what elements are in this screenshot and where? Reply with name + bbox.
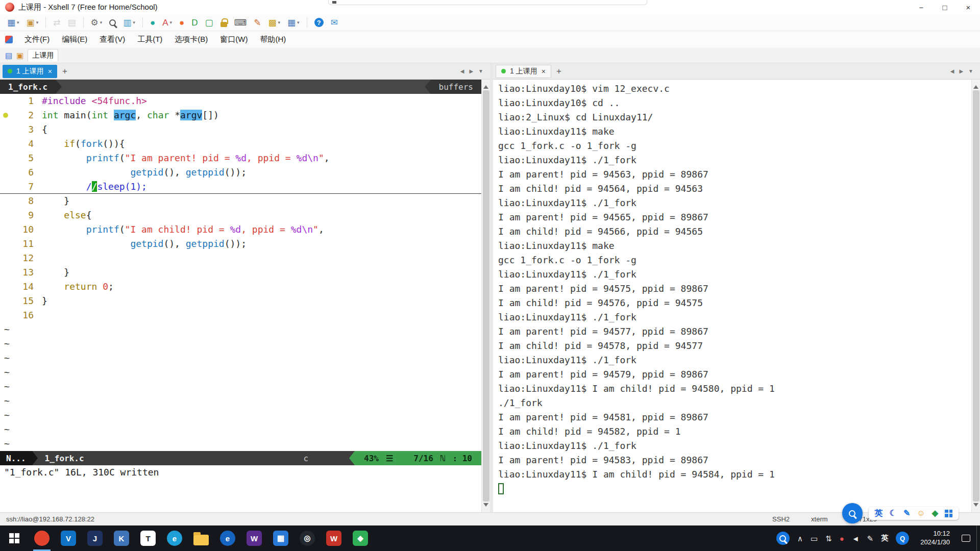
ime-lang-icon[interactable]: 英 bbox=[875, 509, 883, 517]
xshell-window: 上课用 - Xshell 7 (Free for Home/School) − … bbox=[0, 0, 980, 551]
reconnect-icon: ⇄ bbox=[53, 18, 60, 27]
menu-item[interactable]: 选项卡(B) bbox=[169, 33, 213, 46]
tab-close-button[interactable]: × bbox=[48, 67, 52, 76]
taskbar-meeting-icon[interactable]: ◆ bbox=[347, 525, 374, 551]
scroll-down-icon[interactable] bbox=[973, 503, 978, 509]
menubar: 文件(F)编辑(E)查看(V)工具(T)选项卡(B)窗口(W)帮助(H) bbox=[0, 31, 980, 47]
ime-search-button[interactable] bbox=[842, 503, 863, 523]
open-sessions-button[interactable]: ▣▾ bbox=[23, 16, 42, 29]
taskbar-ide-icon[interactable]: J bbox=[82, 525, 108, 551]
terminal-line: ./1_fork bbox=[498, 396, 971, 410]
file-transfer-button[interactable]: ▥▾ bbox=[120, 16, 138, 29]
tray-search-app-icon[interactable] bbox=[776, 532, 790, 545]
ime-moon-icon[interactable]: ☾ bbox=[890, 509, 897, 517]
code-line: 6 getpid(), getppid()); bbox=[0, 165, 481, 180]
window-layout-button[interactable]: ▦▾ bbox=[284, 16, 303, 29]
tab-scroll-right-button[interactable]: ▶ bbox=[959, 68, 963, 74]
terminal-output[interactable]: liao:Linuxday10$ vim 12_execv.cliao:Linu… bbox=[493, 80, 971, 512]
taskbar-clock[interactable]: 10:12 2024/1/30 bbox=[915, 525, 955, 551]
start-button[interactable] bbox=[0, 525, 29, 551]
highlight-pen-button[interactable]: ✎ bbox=[251, 16, 264, 29]
snippets-button[interactable]: ▩▾ bbox=[265, 16, 283, 29]
taskbar-vscode-icon[interactable]: V bbox=[55, 525, 82, 551]
taskbar-typora-icon[interactable]: T bbox=[135, 525, 161, 551]
floating-capture-bar[interactable] bbox=[328, 0, 647, 5]
tab-menu-button[interactable]: ▼ bbox=[478, 68, 483, 74]
tray-volume-icon[interactable]: ◄ bbox=[852, 535, 860, 542]
show-desktop-button[interactable] bbox=[976, 525, 980, 551]
sessions-panel-icon[interactable]: ▤ bbox=[5, 52, 12, 59]
close-button[interactable]: × bbox=[957, 0, 980, 14]
left-session-tab[interactable]: 1 上课用 × bbox=[3, 65, 57, 78]
ime-toolbox-icon[interactable] bbox=[945, 510, 952, 517]
new-tab-button[interactable]: + bbox=[59, 65, 71, 78]
tray-qq-icon[interactable]: Q bbox=[896, 532, 909, 545]
tray-network-icon[interactable]: ⇅ bbox=[825, 535, 832, 542]
taskbar-xshell-icon[interactable] bbox=[29, 525, 55, 551]
browser-app-glyph: e bbox=[220, 531, 235, 546]
help-button[interactable]: ? bbox=[311, 16, 327, 29]
tray-input-lang-icon[interactable]: 英 bbox=[881, 534, 888, 543]
ime-shield-icon[interactable]: ◆ bbox=[932, 509, 938, 517]
quick-tab-label[interactable]: 上课用 bbox=[28, 49, 58, 62]
tray-display-icon[interactable]: ▭ bbox=[811, 535, 818, 542]
ime-toolbar: 英☾✎☺◆ bbox=[842, 503, 959, 523]
tab-scroll-left-button[interactable]: ◀ bbox=[950, 68, 954, 74]
taskbar-keepass-icon[interactable]: K bbox=[108, 525, 135, 551]
protocol-indicator: SSH2 bbox=[772, 515, 790, 523]
tab-scroll-left-button[interactable]: ◀ bbox=[460, 68, 464, 74]
taskbar-word-icon[interactable]: W bbox=[241, 525, 267, 551]
ime-pen-icon[interactable]: ✎ bbox=[903, 509, 910, 517]
action-center-button[interactable] bbox=[955, 525, 976, 551]
menu-item[interactable]: 查看(V) bbox=[94, 33, 131, 46]
reconnect-button[interactable]: ⇄ bbox=[50, 16, 63, 29]
virtual-keyboard-button[interactable]: ⌨ bbox=[231, 16, 250, 29]
session-shortcut-icon[interactable]: ▣ bbox=[16, 52, 23, 59]
open-browser-button[interactable]: ● bbox=[176, 16, 187, 29]
menu-item[interactable]: 工具(T) bbox=[132, 33, 168, 46]
feedback-button[interactable]: ✉ bbox=[328, 16, 341, 29]
duplicate-session-button[interactable]: ▤ bbox=[64, 16, 79, 29]
status-indicator-button[interactable]: ● bbox=[147, 16, 158, 29]
menu-item[interactable]: 窗口(W) bbox=[214, 33, 253, 46]
scroll-down-icon[interactable] bbox=[483, 503, 488, 509]
minimize-button[interactable]: − bbox=[910, 0, 933, 14]
tray-pen-device-icon[interactable]: ✎ bbox=[867, 535, 874, 542]
connection-address: ssh://liao@192.168.72.128:22 bbox=[6, 515, 772, 523]
ime-emoji-icon[interactable]: ☺ bbox=[917, 509, 925, 517]
scrollbar-thumb[interactable] bbox=[973, 90, 979, 502]
taskbar-file-explorer-icon[interactable] bbox=[188, 525, 214, 551]
menu-item[interactable]: 文件(F) bbox=[19, 33, 55, 46]
remote-desktop-button[interactable]: D bbox=[188, 16, 201, 29]
left-scrollbar[interactable] bbox=[481, 80, 490, 512]
tab-menu-button[interactable]: ▼ bbox=[968, 68, 973, 74]
right-session-tab[interactable]: 1 上课用 × bbox=[496, 65, 551, 78]
encoding-button[interactable]: A▾ bbox=[159, 16, 175, 29]
fullscreen-button[interactable]: ▢ bbox=[202, 16, 216, 29]
taskbar-edge-icon[interactable]: e bbox=[161, 525, 188, 551]
new-tab-button[interactable]: + bbox=[553, 65, 565, 78]
scroll-up-icon[interactable] bbox=[483, 83, 488, 89]
scrollbar-thumb[interactable] bbox=[483, 90, 489, 502]
find-button[interactable] bbox=[106, 17, 119, 28]
lock-screen-button[interactable] bbox=[217, 16, 230, 29]
menu-item[interactable]: 编辑(E) bbox=[56, 33, 93, 46]
new-session-button[interactable]: ▦▾ bbox=[4, 16, 22, 29]
taskbar-browser-icon[interactable]: e bbox=[214, 525, 241, 551]
tray-chevron-up-icon[interactable]: ∧ bbox=[797, 535, 803, 542]
tab-close-button[interactable]: × bbox=[542, 67, 546, 76]
terminal-line: liao:Linuxday11$ ./1_fork bbox=[498, 353, 971, 367]
taskbar-obs-icon[interactable]: ◎ bbox=[294, 525, 321, 551]
taskbar-calculator-icon[interactable]: ▦ bbox=[267, 525, 294, 551]
taskbar-wps-icon[interactable]: W bbox=[321, 525, 347, 551]
maximize-button[interactable]: □ bbox=[933, 0, 957, 14]
tray-security-badge-icon[interactable]: ● bbox=[840, 535, 844, 542]
vim-tilde: ~ bbox=[0, 322, 481, 337]
right-scrollbar[interactable] bbox=[971, 80, 980, 512]
tab-scroll-right-button[interactable]: ▶ bbox=[469, 68, 473, 74]
session-properties-button[interactable]: ⚙▾ bbox=[88, 16, 106, 29]
vim-editor[interactable]: 1_fork.c buffers 1#include <54func.h>2in… bbox=[0, 80, 481, 512]
calculator-app-glyph: ▦ bbox=[273, 531, 288, 546]
scroll-up-icon[interactable] bbox=[973, 83, 978, 89]
menu-item[interactable]: 帮助(H) bbox=[254, 33, 291, 46]
